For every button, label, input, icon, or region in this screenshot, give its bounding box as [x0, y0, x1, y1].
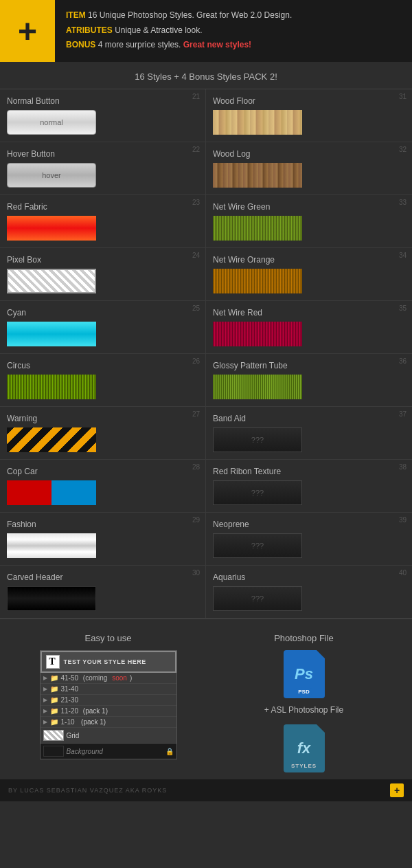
style-number-22: 22	[192, 146, 200, 153]
header: + ITEM 16 Unique Photoshop Styles. Great…	[0, 0, 412, 62]
bg-preview	[43, 746, 64, 757]
style-number-26: 26	[192, 357, 200, 365]
ps-panel: T TEST YOUR STYLE HERE ▶ 📁 41-50 (coming…	[40, 650, 177, 759]
row-41-50-soon: soon	[112, 674, 127, 682]
row-41-50-label: 41-50	[61, 674, 79, 682]
arrow-icon-31-40: ▶	[43, 686, 47, 692]
style-preview-red-ribbon: ???	[213, 480, 302, 505]
style-preview-aquarius: ???	[213, 586, 302, 611]
style-preview-cop-car	[7, 480, 96, 505]
style-preview-wood-floor	[213, 110, 302, 135]
style-preview-warning	[7, 427, 96, 452]
bonus-label: BONUS	[66, 40, 95, 49]
styles-text: STYLES	[291, 763, 317, 769]
style-label-net-wire-green: Net Wire Green	[213, 202, 405, 212]
asl-label: + ASL Photoshop File	[264, 705, 343, 715]
style-preview-wood-log	[213, 163, 302, 188]
style-preview-normal-button: normal	[7, 110, 96, 135]
style-preview-net-wire-green	[213, 216, 302, 241]
style-number-34: 34	[399, 252, 407, 259]
style-label-cyan: Cyan	[7, 308, 198, 318]
arrow-icon-1-10: ▶	[43, 719, 47, 725]
style-cell-neoprene: 39 Neoprene ???	[206, 513, 412, 566]
psd-label: PSD	[296, 688, 311, 695]
style-cell-aquarius: 40 Aquarius ???	[206, 566, 412, 619]
style-number-31: 31	[399, 93, 407, 100]
arrow-icon-21-30: ▶	[43, 697, 47, 703]
style-cell-normal-button: 21 Normal Button normal	[0, 89, 206, 142]
folder-icon-1-10: 📁	[50, 718, 58, 726]
asl-file-icon: fx STYLES	[284, 724, 325, 772]
style-label-wood-floor: Wood Floor	[213, 96, 405, 106]
style-cell-circus: 26 Circus	[0, 354, 206, 407]
style-label-fashion: Fashion	[7, 520, 198, 529]
style-cell-glossy-pattern-tube: 36 Glossy Pattern Tube	[206, 354, 412, 407]
ps-row-1-10: ▶ 📁 1-10 (pack 1)	[41, 717, 176, 728]
t-icon: T	[46, 655, 60, 669]
style-label-wood-log: Wood Log	[213, 149, 405, 159]
bottom-left: Easy to use T TEST YOUR STYLE HERE ▶ 📁 4…	[14, 633, 203, 772]
folder-icon-11-20: 📁	[50, 707, 58, 715]
style-number-30: 30	[192, 569, 200, 577]
style-number-23: 23	[192, 199, 200, 206]
attributes-label: ATRIBUTES	[66, 25, 113, 35]
folder-icon-31-40: 📁	[50, 685, 58, 693]
style-label-glossy-pattern-tube: Glossy Pattern Tube	[213, 361, 405, 370]
style-cell-red-ribbon: 38 Red Ribon Texture ???	[206, 460, 412, 513]
style-label-circus: Circus	[7, 361, 198, 370]
row-31-40-label: 31-40	[61, 685, 79, 693]
style-number-35: 35	[399, 304, 407, 312]
bg-label: Background	[67, 748, 103, 755]
style-label-net-wire-orange: Net Wire Orange	[213, 255, 405, 265]
style-preview-hover-button: hover	[7, 163, 96, 188]
style-number-24: 24	[192, 252, 200, 259]
style-label-hover-button: Hover Button	[7, 149, 198, 159]
row-41-50-paren-close: )	[130, 674, 132, 682]
style-cell-wood-floor: 31 Wood Floor	[206, 89, 412, 142]
style-cell-warning: 27 Warning	[0, 407, 206, 460]
style-preview-net-wire-orange	[213, 269, 302, 293]
style-number-29: 29	[192, 516, 200, 524]
header-plus-icon: +	[0, 0, 55, 62]
style-preview-net-wire-red	[213, 322, 302, 346]
style-label-aquarius: Aquarius	[213, 572, 405, 582]
style-preview-red-fabric	[7, 216, 96, 241]
style-label-normal-button: Normal Button	[7, 96, 198, 106]
item-label: ITEM	[66, 10, 86, 20]
arrow-icon-11-20: ▶	[43, 708, 47, 714]
style-cell-fashion: 29 Fashion	[0, 513, 206, 566]
bottom-section: Easy to use T TEST YOUR STYLE HERE ▶ 📁 4…	[0, 619, 412, 779]
styles-grid: 21 Normal Button normal 31 Wood Floor 22…	[0, 89, 412, 619]
style-preview-band-aid: ???	[213, 427, 302, 452]
style-label-cop-car: Cop Car	[7, 467, 198, 476]
style-label-red-ribbon: Red Ribon Texture	[213, 467, 405, 476]
ps-bg-row: Background 🔒	[41, 744, 176, 759]
style-preview-cyan	[7, 322, 96, 346]
footer-plus-icon: +	[390, 783, 404, 797]
folder-icon-41-50: 📁	[50, 674, 58, 682]
style-number-25: 25	[192, 304, 200, 312]
footer-credit: BY LUCAS SEBASTIAN VAZQUEZ aka ROYKS	[8, 787, 167, 794]
style-preview-circus	[7, 375, 96, 399]
style-label-band-aid: Band Aid	[213, 414, 405, 423]
row-11-20-label: 11-20	[61, 707, 79, 715]
ps-row-11-20: ▶ 📁 11-20 (pack 1)	[41, 706, 176, 717]
style-cell-carved-header: 30 Carved Header	[0, 566, 206, 619]
grid-preview	[43, 730, 64, 741]
header-description: ITEM 16 Unique Photoshop Styles. Great f…	[55, 0, 303, 62]
style-preview-pixel-box	[7, 269, 96, 293]
style-number-21: 21	[192, 93, 200, 100]
style-cell-red-fabric: 23 Red Fabric	[0, 195, 206, 248]
grid-label: Grid	[67, 732, 80, 739]
ps-row-21-30: ▶ 📁 21-30	[41, 695, 176, 706]
subtitle: 16 Styles + 4 Bonus Styles PACK 2!	[0, 62, 412, 89]
style-cell-cyan: 25 Cyan	[0, 301, 206, 354]
style-cell-hover-button: 22 Hover Button hover	[0, 142, 206, 195]
style-number-32: 32	[399, 146, 407, 153]
ps-row-31-40: ▶ 📁 31-40	[41, 684, 176, 695]
style-cell-band-aid: 37 Band Aid ???	[206, 407, 412, 460]
photoshop-file-label: Photoshop File	[274, 633, 334, 643]
style-preview-fashion	[7, 533, 96, 558]
arrow-icon-41-50: ▶	[43, 675, 47, 681]
style-cell-net-wire-green: 33 Net Wire Green	[206, 195, 412, 248]
